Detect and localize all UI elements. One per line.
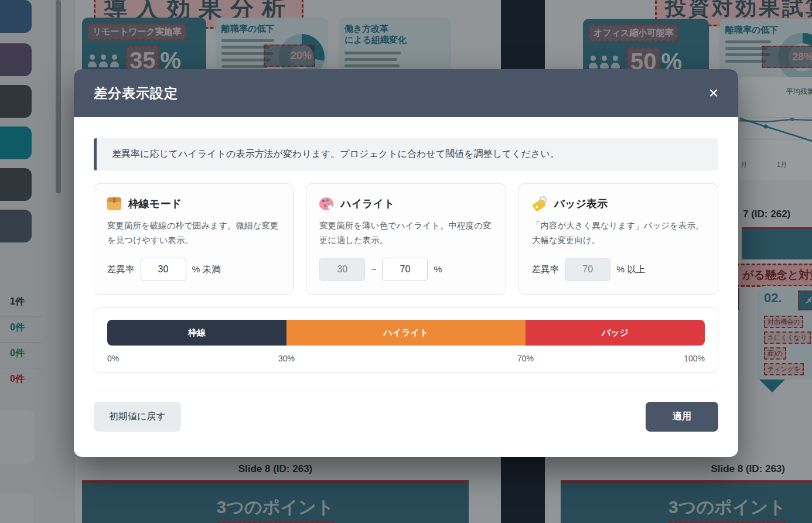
threshold-card-highlight: ハイライト 変更箇所を薄い色でハイライト。中程度の変更に適した表示。 ~ % bbox=[306, 183, 506, 295]
threshold-suffix: % 未満 bbox=[192, 264, 221, 276]
threshold-card-badge: バッジ表示 「内容が大きく異なります」バッジを表示。大幅な変更向け。 差異率 %… bbox=[518, 183, 718, 295]
scale-bar: 枠線 ハイライト バッジ bbox=[107, 320, 705, 346]
apply-button[interactable]: 適用 bbox=[646, 402, 718, 432]
threshold-label: 差異率 bbox=[107, 264, 135, 276]
close-icon: × bbox=[709, 84, 718, 102]
modal-header: 差分表示設定 × bbox=[74, 69, 738, 117]
scale-ticks: 0% 30% 70% 100% bbox=[107, 351, 705, 365]
scale-tick: 100% bbox=[684, 354, 705, 363]
threshold-card-border: 枠線モード 変更箇所を破線の枠で囲みます。微細な変更を見つけやすい表示。 差異率… bbox=[94, 183, 294, 295]
card-title: ハイライト bbox=[340, 197, 394, 211]
border-threshold-input[interactable] bbox=[141, 258, 186, 281]
card-title: 枠線モード bbox=[128, 197, 182, 211]
diff-display-settings-modal: 差分表示設定 × 差異率に応じてハイライトの表示方法が変わります。プロジェクトに… bbox=[74, 69, 738, 457]
reset-button[interactable]: 初期値に戻す bbox=[94, 402, 181, 432]
badge-threshold-input bbox=[565, 258, 610, 281]
range-separator: ~ bbox=[371, 264, 376, 275]
scale-segment-highlight: ハイライト bbox=[286, 320, 526, 346]
highlight-max-input[interactable] bbox=[382, 258, 428, 281]
info-banner: 差異率に応じてハイライトの表示方法が変わります。プロジェクトに合わせて閾値を調整… bbox=[94, 138, 718, 170]
screen: 1件 0件 0件 0件 導入効果分析 リモートワーク実施率 35 % 離職率の低… bbox=[0, 0, 812, 523]
scale-panel: 枠線 ハイライト バッジ 0% 30% 70% 100% bbox=[94, 307, 718, 373]
card-description: 「内容が大きく異なります」バッジを表示。大幅な変更向け。 bbox=[532, 218, 705, 248]
modal-footer: 初期値に戻す 適用 bbox=[94, 391, 718, 432]
scale-segment-border: 枠線 bbox=[107, 320, 286, 346]
highlight-min-input bbox=[319, 258, 365, 281]
package-icon bbox=[107, 197, 121, 210]
threshold-cards: 枠線モード 変更箇所を破線の枠で囲みます。微細な変更を見つけやすい表示。 差異率… bbox=[94, 183, 718, 295]
scale-tick: 0% bbox=[107, 354, 119, 363]
tag-icon bbox=[532, 198, 547, 212]
scale-tick: 70% bbox=[517, 354, 534, 363]
close-button[interactable]: × bbox=[709, 85, 718, 101]
threshold-label: 差異率 bbox=[532, 264, 559, 276]
scale-segment-badge: バッジ bbox=[526, 320, 705, 346]
palette-icon bbox=[319, 197, 333, 210]
card-description: 変更箇所を薄い色でハイライト。中程度の変更に適した表示。 bbox=[319, 218, 492, 248]
threshold-suffix: % 以上 bbox=[616, 264, 645, 276]
card-description: 変更箇所を破線の枠で囲みます。微細な変更を見つけやすい表示。 bbox=[107, 218, 280, 248]
threshold-suffix: % bbox=[434, 264, 442, 275]
modal-title: 差分表示設定 bbox=[94, 84, 178, 102]
scale-tick: 30% bbox=[278, 354, 295, 363]
modal-body: 差異率に応じてハイライトの表示方法が変わります。プロジェクトに合わせて閾値を調整… bbox=[74, 117, 738, 457]
card-title: バッジ表示 bbox=[554, 197, 608, 211]
